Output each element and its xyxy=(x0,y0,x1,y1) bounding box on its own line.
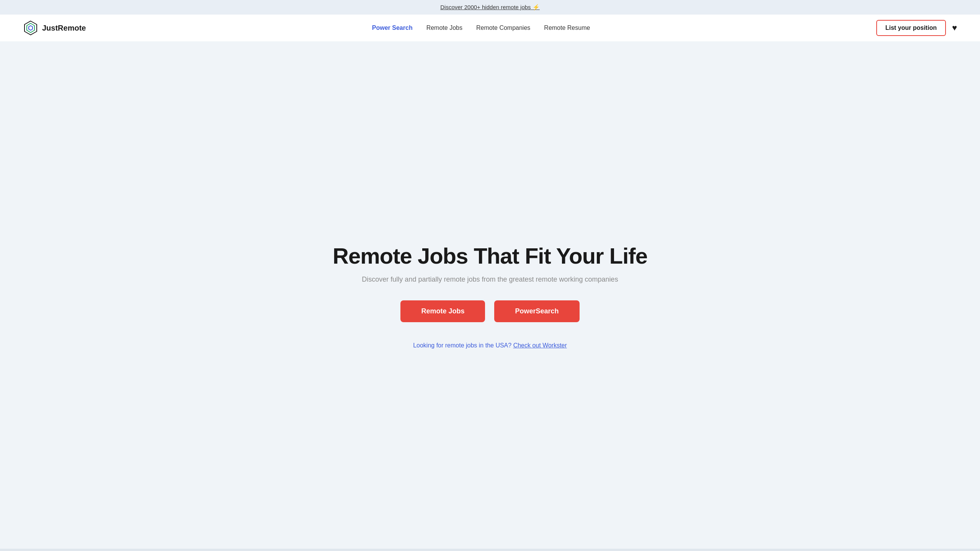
heart-icon[interactable]: ♥ xyxy=(952,23,957,33)
nav-power-search[interactable]: Power Search xyxy=(372,24,413,31)
list-position-button[interactable]: List your position xyxy=(876,20,946,36)
hero-title: Remote Jobs That Fit Your Life xyxy=(333,243,647,269)
usa-promo: Looking for remote jobs in the USA? Chec… xyxy=(413,342,567,349)
top-banner: Discover 2000+ hidden remote jobs ⚡ xyxy=(0,0,980,15)
navbar: JustRemote Power Search Remote Jobs Remo… xyxy=(0,15,980,41)
main-content: Remote Jobs That Fit Your Life Discover … xyxy=(0,41,980,550)
nav-remote-resume[interactable]: Remote Resume xyxy=(544,24,590,31)
power-search-button[interactable]: PowerSearch xyxy=(494,300,579,322)
banner-link[interactable]: Discover 2000+ hidden remote jobs ⚡ xyxy=(440,4,540,10)
svg-marker-2 xyxy=(29,26,33,30)
nav-remote-jobs[interactable]: Remote Jobs xyxy=(426,24,462,31)
usa-promo-text: Looking for remote jobs in the USA? xyxy=(413,342,511,349)
logo[interactable]: JustRemote xyxy=(23,20,86,36)
nav-remote-companies[interactable]: Remote Companies xyxy=(476,24,530,31)
hero-subtitle: Discover fully and partially remote jobs… xyxy=(362,276,618,284)
svg-marker-1 xyxy=(27,23,34,33)
bottom-bar xyxy=(0,549,980,551)
remote-jobs-button[interactable]: Remote Jobs xyxy=(400,300,485,322)
logo-text: JustRemote xyxy=(42,24,86,33)
nav-links: Power Search Remote Jobs Remote Companie… xyxy=(372,24,590,31)
nav-right: List your position ♥ xyxy=(876,20,957,36)
hero-buttons: Remote Jobs PowerSearch xyxy=(400,300,579,322)
logo-icon xyxy=(23,20,38,36)
workster-link[interactable]: Check out Workster xyxy=(513,342,567,349)
